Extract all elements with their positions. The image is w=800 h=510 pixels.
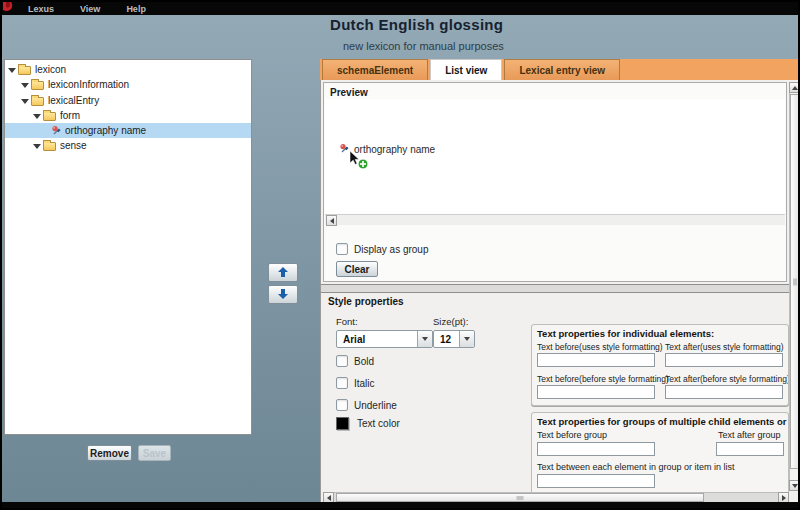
move-down-button[interactable] [268,285,298,304]
tree-item-label[interactable]: sense [60,140,87,151]
tree-item-orthography-name[interactable]: orthography name [5,123,251,138]
preview-canvas[interactable]: orthography name [325,99,785,214]
expander-icon[interactable] [33,144,41,149]
font-label: Font: [336,316,358,327]
display-as-group-label: Display as group [354,244,428,255]
expander-icon[interactable] [33,114,41,119]
tab-list-view[interactable]: List view [430,59,502,80]
underline-label: Underline [354,400,397,411]
text-after-before-style-input[interactable] [665,385,783,399]
italic-checkbox[interactable] [336,377,348,389]
vertical-scrollbar[interactable] [789,82,800,491]
thumb-grip [793,278,796,285]
size-label: Size(pt): [433,316,468,327]
drag-copy-cursor-icon [349,151,371,175]
clear-button[interactable]: Clear [336,261,378,277]
tree-item-lexiconinformation[interactable]: lexiconInformation [5,77,251,92]
expander-icon[interactable] [8,68,16,73]
preview-title: Preview [330,87,368,98]
menu-view[interactable]: View [80,4,100,14]
tab-lexical-entry-view[interactable]: Lexical entry view [504,59,620,80]
group-properties-title: Text properties for groups of multiple c… [537,416,789,427]
tree-item-lexicon[interactable]: lexicon [5,62,251,77]
chevron-down-icon [464,337,470,341]
vertical-scroll-thumb[interactable] [790,94,799,469]
text-after-uses-style-input[interactable] [665,353,783,367]
bold-checkbox[interactable] [336,355,348,367]
expander-icon[interactable] [21,99,29,104]
scroll-left-button[interactable] [326,215,337,226]
menubar: Lexus View Help [2,2,798,15]
right-arrow-icon [782,495,786,501]
tree-item-label[interactable]: orthography name [65,125,146,136]
panel-splitter[interactable] [321,284,800,293]
field-label: Text between each element in group or it… [537,462,735,472]
underline-row: Underline [336,399,397,411]
folder-icon [31,97,44,106]
app-window: Lexus View Help Dutch English glossing n… [0,0,800,510]
text-before-before-style-input[interactable] [537,385,655,399]
left-arrow-icon [327,495,331,501]
tree-item-label[interactable]: form [60,110,80,121]
preview-panel: Preview orthography name [323,82,787,282]
dropdown-button[interactable] [417,331,432,347]
down-arrow-icon [277,288,289,302]
size-select[interactable]: 12 [433,330,475,348]
lexus-logo-icon [2,0,18,15]
scroll-up-button[interactable] [789,82,800,93]
menu-lexus[interactable]: Lexus [28,4,54,14]
bold-row: Bold [336,355,374,367]
display-as-group-row: Display as group [336,243,428,255]
list-view-content: Preview orthography name [320,80,800,504]
text-before-group-input[interactable] [537,442,655,456]
expander-icon[interactable] [21,83,29,88]
bold-label: Bold [354,356,374,367]
scroll-down-button[interactable] [789,480,800,491]
folder-icon [18,66,31,75]
tree-item-label[interactable]: lexiconInformation [48,79,129,90]
field-label: Text after(before style formatting) [665,374,789,384]
field-label: Text before(before style formatting) [537,374,669,384]
page-title: Dutch English glossing [330,16,503,33]
underline-checkbox[interactable] [336,399,348,411]
style-properties-title: Style properties [328,296,404,307]
move-up-button[interactable] [268,263,298,282]
dropdown-button[interactable] [459,331,474,347]
text-color-swatch[interactable] [336,417,349,430]
menu-help[interactable]: Help [126,4,146,14]
field-label: Text before(uses style formatting) [537,342,663,352]
text-between-elements-input[interactable] [537,474,655,488]
schema-tree-panel: lexicon lexiconInformation lexicalEntry … [4,59,252,435]
group-properties-groupbox: Text properties for groups of multiple c… [531,412,789,496]
left-arrow-icon [330,218,334,224]
remove-button[interactable]: Remove [87,445,132,461]
display-as-group-checkbox[interactable] [336,243,348,255]
up-arrow-icon [277,266,289,280]
tree-item-lexicalentry[interactable]: lexicalEntry [5,93,251,108]
size-select-value: 12 [434,334,459,345]
font-select[interactable]: Arial [336,330,433,348]
pin-icon [51,125,62,138]
horizontal-scroll-thumb[interactable] [336,493,704,502]
window-bottom-edge [2,502,798,508]
page-subtitle: new lexicon for manual purposes [343,40,504,52]
field-label: Text after(uses style formatting) [665,342,784,352]
folder-icon [43,112,56,121]
tab-schemaelement[interactable]: schemaElement [322,59,428,80]
tree-item-label[interactable]: lexicon [35,64,66,75]
italic-row: Italic [336,377,375,389]
editor-panel: schemaElement List view Lexical entry vi… [320,59,800,504]
save-button: Save [138,445,171,461]
text-after-group-input[interactable] [716,442,784,456]
tree-item-form[interactable]: form [5,108,251,123]
text-before-uses-style-input[interactable] [537,353,655,367]
tree-item-label[interactable]: lexicalEntry [48,95,99,106]
text-color-label: Text color [357,418,400,429]
folder-icon [43,142,56,151]
font-select-value: Arial [337,334,417,345]
chevron-down-icon [422,337,428,341]
individual-properties-groupbox: Text properties for individual elements:… [531,324,789,406]
tree-item-sense[interactable]: sense [5,138,251,153]
italic-label: Italic [354,378,375,389]
preview-horizontal-scrollbar[interactable] [325,214,785,225]
